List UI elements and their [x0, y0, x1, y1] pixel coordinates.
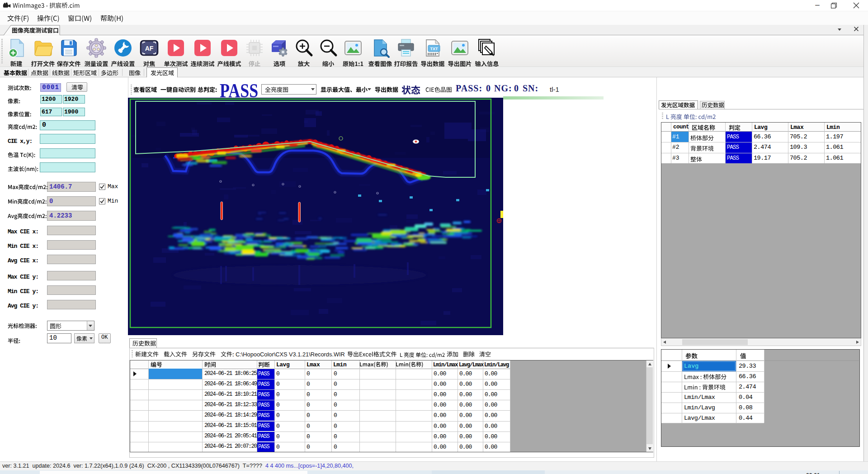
svg-text:AF: AF	[145, 45, 154, 52]
svg-text:TXT: TXT	[430, 47, 439, 51]
